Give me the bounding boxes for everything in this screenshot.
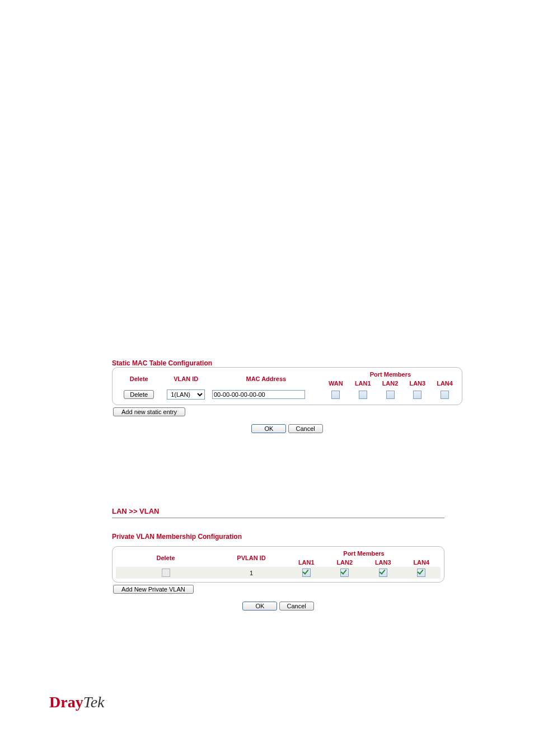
brand-logo: DrayTek bbox=[49, 693, 105, 711]
col-lan1: LAN1 bbox=[349, 379, 377, 388]
col-lan1: LAN1 bbox=[287, 558, 326, 567]
lan1-checkbox[interactable] bbox=[302, 569, 311, 577]
lan1-checkbox[interactable] bbox=[359, 391, 367, 399]
add-static-entry-button[interactable]: Add new static entry bbox=[113, 407, 185, 416]
col-lan2: LAN2 bbox=[326, 558, 364, 567]
table-row: 1 bbox=[116, 567, 441, 579]
brand-part1: Dray bbox=[49, 693, 83, 711]
lan4-checkbox[interactable] bbox=[441, 391, 449, 399]
vlan-id-select[interactable]: 1(LAN) bbox=[167, 389, 205, 400]
wan-checkbox[interactable] bbox=[331, 391, 340, 399]
col-lan3: LAN3 bbox=[404, 379, 431, 388]
col-pvlan-id: PVLAN ID bbox=[216, 549, 287, 567]
col-wan: WAN bbox=[322, 379, 349, 388]
col-delete: Delete bbox=[116, 549, 216, 567]
table-row: Delete 1(LAN) bbox=[116, 388, 458, 401]
pvlan-table: Delete PVLAN ID Port Members LAN1 LAN2 L… bbox=[116, 549, 441, 579]
static-mac-section: Static MAC Table Configuration Delete VL… bbox=[112, 359, 462, 433]
lan2-checkbox[interactable] bbox=[386, 391, 395, 399]
col-lan3: LAN3 bbox=[364, 558, 402, 567]
col-mac-address: MAC Address bbox=[210, 370, 322, 388]
pvlan-id-value: 1 bbox=[216, 567, 287, 579]
vlan-section: LAN >> VLAN Private VLAN Membership Conf… bbox=[112, 507, 444, 611]
col-port-members: Port Members bbox=[287, 549, 441, 558]
col-vlan-id: VLAN ID bbox=[162, 370, 209, 388]
static-mac-panel: Delete VLAN ID MAC Address Port Members … bbox=[112, 367, 462, 405]
col-lan4: LAN4 bbox=[431, 379, 458, 388]
cancel-button[interactable]: Cancel bbox=[288, 424, 323, 433]
breadcrumb: LAN >> VLAN bbox=[112, 507, 444, 518]
ok-button[interactable]: OK bbox=[242, 602, 277, 611]
brand-part2: Tek bbox=[83, 693, 105, 711]
pvlan-title: Private VLAN Membership Configuration bbox=[112, 533, 444, 541]
delete-checkbox[interactable] bbox=[162, 569, 170, 577]
col-lan4: LAN4 bbox=[402, 558, 441, 567]
cancel-button[interactable]: Cancel bbox=[279, 602, 314, 611]
lan2-checkbox[interactable] bbox=[340, 569, 349, 577]
lan3-checkbox[interactable] bbox=[413, 391, 421, 399]
col-port-members: Port Members bbox=[322, 370, 458, 379]
add-private-vlan-button[interactable]: Add New Private VLAN bbox=[113, 585, 194, 594]
col-delete: Delete bbox=[116, 370, 162, 388]
delete-button[interactable]: Delete bbox=[124, 390, 154, 399]
static-mac-table: Delete VLAN ID MAC Address Port Members … bbox=[116, 370, 458, 401]
static-mac-title: Static MAC Table Configuration bbox=[112, 359, 462, 367]
lan4-checkbox[interactable] bbox=[417, 569, 425, 577]
mac-address-input[interactable] bbox=[212, 390, 305, 399]
pvlan-panel: Delete PVLAN ID Port Members LAN1 LAN2 L… bbox=[112, 546, 444, 583]
lan3-checkbox[interactable] bbox=[379, 569, 387, 577]
ok-button[interactable]: OK bbox=[251, 424, 286, 433]
col-lan2: LAN2 bbox=[377, 379, 404, 388]
